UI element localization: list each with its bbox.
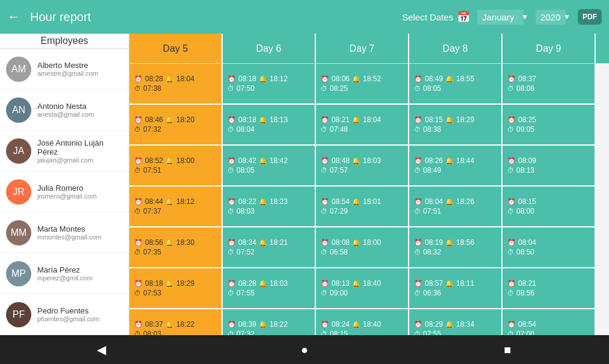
total-row: ⏱ 07:37 — [134, 207, 217, 215]
day-cell: ⏰ 08:26🔔 18:44 ⏱ 08:49 — [409, 146, 502, 187]
check-out-time: 18:30 — [176, 238, 194, 247]
total-icon: ⏱ — [321, 248, 327, 256]
employee-name: Alberto Mestre — [37, 61, 98, 70]
avatar: AM — [6, 57, 31, 82]
check-in-row: ⏰ 08:48🔔 18:03 — [321, 156, 403, 165]
total-icon: ⏱ — [321, 126, 327, 133]
day-cell: ⏰ 08:37 ⏱ 08:08 — [502, 64, 596, 105]
check-in-time: 08:18 — [238, 116, 256, 124]
total-row: ⏱ 07:29 — [321, 207, 403, 215]
total-time: 08:04 — [236, 125, 255, 134]
day-cell: ⏰ 08:09 ⏱ 08:13 — [502, 146, 596, 187]
nav-home-button[interactable]: ● — [292, 338, 317, 362]
day-cell: ⏰ 08:19🔔 18:56 ⏱ 08:32 — [409, 227, 502, 268]
total-icon: ⏱ — [134, 208, 141, 215]
days-table: Day 5Day 6Day 7Day 8Day 9Day ⏰ 08:28🔔 18… — [129, 34, 609, 335]
clock-in-icon: ⏰ — [321, 280, 329, 288]
total-row: ⏱ 07:32 — [227, 330, 310, 335]
check-out-time: 18:04 — [363, 116, 381, 124]
nav-back-button[interactable]: ◀ — [90, 338, 114, 362]
select-dates-button[interactable]: Select Dates 📅 — [402, 10, 470, 23]
check-out-time: 18:03 — [270, 279, 288, 288]
clock-in-icon: ⏰ — [227, 280, 236, 288]
calendar-icon: 📅 — [457, 10, 470, 23]
clock-out-icon: 🔔 — [165, 116, 174, 124]
total-time: 08:00 — [516, 207, 534, 215]
check-out-time: 18:11 — [456, 279, 474, 288]
day-header: Day 6 — [223, 34, 316, 64]
check-in-row: ⏰ 08:22🔔 18:23 — [227, 197, 310, 206]
check-in-time: 08:44 — [145, 197, 163, 206]
day-cell: ⏰ 08:08🔔 18:00 ⏱ 06:58 — [316, 227, 409, 268]
clock-out-icon: 🔔 — [352, 157, 360, 165]
total-row: ⏱ 08:25 — [321, 84, 403, 93]
total-row: ⏱ 08:05 — [227, 166, 310, 174]
total-row: ⏱ 08:50 — [507, 248, 590, 256]
clock-in-icon: ⏰ — [414, 116, 422, 124]
clock-out-icon: 🔔 — [445, 280, 454, 288]
total-row: ⏱ 09:05 — [507, 125, 590, 134]
days-scroll-area[interactable]: Day 5Day 6Day 7Day 8Day 9Day ⏰ 08:28🔔 18… — [129, 34, 609, 335]
total-icon: ⏱ — [134, 126, 141, 133]
check-in-row: ⏰ 08:26🔔 18:44 — [414, 156, 496, 165]
check-out-time: 18:29 — [176, 279, 194, 288]
clock-in-icon: ⏰ — [321, 75, 329, 83]
check-out-time: 18:40 — [363, 320, 381, 329]
clock-in-icon: ⏰ — [414, 198, 422, 206]
clock-out-icon: 🔔 — [445, 116, 454, 124]
check-in-row: ⏰ 08:57🔔 18:11 — [414, 279, 496, 288]
month-select[interactable]: January February March — [477, 10, 524, 25]
clock-in-icon: ⏰ — [414, 280, 422, 288]
clock-out-icon: 🔔 — [259, 280, 267, 288]
clock-out-icon: 🔔 — [259, 198, 267, 206]
day-cell: ⏰ 08:57🔔 18:11 ⏱ 06:36 — [409, 268, 502, 309]
clock-out-icon: 🔔 — [352, 75, 360, 83]
total-time: 07:48 — [330, 125, 348, 134]
nav-recent-button[interactable]: ■ — [495, 338, 519, 362]
total-icon: ⏱ — [507, 126, 514, 133]
total-row: ⏱ 07:38 — [134, 84, 217, 93]
check-in-row: ⏰ 08:46🔔 18:20 — [134, 116, 217, 124]
employee-rows: AM Alberto Mestre amestre@gmail.com AN A… — [0, 49, 129, 335]
check-out-time: 18:04 — [176, 75, 194, 83]
check-in-time: 08:19 — [425, 238, 443, 247]
employee-email: mmontes@gmail.com — [37, 233, 102, 241]
total-time: 09:05 — [516, 125, 534, 134]
total-icon: ⏱ — [321, 167, 327, 174]
check-in-row: ⏰ 08:37 — [507, 75, 590, 83]
day-header: Day 9 — [502, 34, 596, 64]
pdf-export-button[interactable]: PDF — [578, 9, 602, 25]
year-select[interactable]: 2020 2019 2021 — [536, 10, 566, 25]
days-body-row: ⏰ 08:18🔔 18:29 ⏱ 07:53 ⏰ 08:28🔔 18:03 ⏱ … — [129, 268, 609, 309]
day-cell: ⏰ 08:18🔔 18:13 ⏱ 08:04 — [223, 105, 316, 146]
total-time: 07:38 — [143, 84, 161, 93]
day-cell: ⏰ 08:29🔔 18:34 ⏱ 07:55 — [409, 309, 502, 335]
clock-out-icon: 🔔 — [352, 321, 360, 329]
check-in-row: ⏰ 08:44🔔 18:12 — [134, 197, 217, 206]
total-icon: ⏱ — [321, 330, 327, 335]
clock-in-icon: ⏰ — [134, 75, 143, 83]
check-in-time: 08:09 — [518, 156, 536, 165]
total-time: 07:52 — [236, 248, 255, 256]
clock-in-icon: ⏰ — [134, 321, 143, 329]
total-icon: ⏱ — [507, 85, 514, 92]
avatar: PF — [6, 302, 31, 327]
total-row: ⏱ 07:50 — [227, 84, 310, 93]
check-in-time: 08:28 — [145, 75, 163, 83]
header-controls: Select Dates 📅 January February March ▼ … — [402, 9, 602, 25]
total-icon: ⏱ — [321, 85, 327, 92]
clock-out-icon: 🔔 — [259, 116, 267, 124]
day-cell: ⏰ 08:21 ⏱ 08:56 — [502, 268, 596, 309]
check-in-time: 08:18 — [145, 279, 163, 288]
check-in-row: ⏰ 08:25 — [507, 116, 590, 124]
day-cell: ⏰ 08:21🔔 18:04 ⏱ 07:48 — [316, 105, 409, 146]
check-in-row: ⏰ 08:21 — [507, 279, 590, 288]
back-button[interactable]: ← — [7, 9, 20, 25]
total-time: 07:51 — [423, 207, 441, 215]
clock-out-icon: 🔔 — [445, 157, 454, 165]
total-icon: ⏱ — [227, 85, 234, 92]
check-out-time: 18:22 — [270, 320, 288, 329]
total-row: ⏱ 08:03 — [227, 207, 310, 215]
check-in-time: 08:39 — [238, 320, 256, 329]
check-in-time: 08:15 — [518, 197, 536, 206]
